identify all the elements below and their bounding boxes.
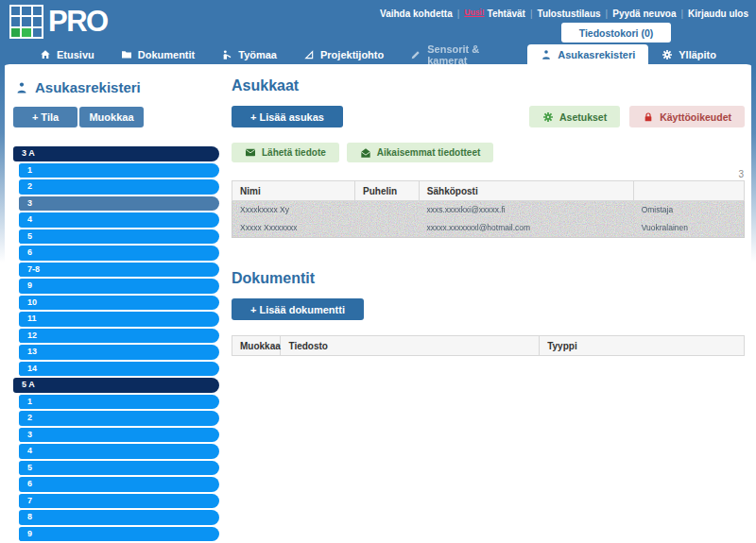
nav-tab-dokumentit[interactable]: Dokumentit <box>108 44 209 64</box>
resident-cell: Omistaja <box>634 201 744 219</box>
space-item[interactable]: 13 <box>19 345 219 360</box>
space-item[interactable]: 1 <box>19 163 219 178</box>
space-item[interactable]: 10 <box>19 296 219 311</box>
sidebar-title: Asukasrekisteri <box>15 79 219 95</box>
space-item[interactable]: 7-8 <box>19 263 219 278</box>
top-header: PRO Vaihda kohdetta|Uusi!Tehtävät|Tulost… <box>0 0 756 74</box>
nav-tab-label: Ylläpito <box>679 49 716 60</box>
person-icon <box>15 81 28 94</box>
space-item[interactable]: 8 <box>19 510 219 525</box>
resident-cell: Vuokralainen <box>634 219 744 237</box>
documents-column-header: Tiedosto <box>281 336 540 356</box>
nav-tab-ylläpito[interactable]: Ylläpito <box>648 44 730 64</box>
settings-button[interactable]: Asetukset <box>529 106 620 127</box>
space-item[interactable]: 2 <box>19 179 219 195</box>
space-list: 3 A1234567-8910111213145 A12345678910 <box>13 146 219 543</box>
space-item[interactable]: 9 <box>19 527 219 542</box>
resident-cell: xxxxx.xxxxxxxl@hotmail.com <box>419 219 633 237</box>
space-item[interactable]: 14 <box>19 362 219 377</box>
home-icon <box>40 49 51 60</box>
topbar-link-1[interactable]: Vaihda kohdetta <box>380 8 453 19</box>
space-item[interactable]: 5 <box>19 229 219 245</box>
residents-column-header: Puhelin <box>355 181 420 201</box>
topbar-link-3[interactable]: Tulostustilaus <box>538 8 601 19</box>
sidebar: Asukasrekisteri + Tila Muokkaa 3 A123456… <box>13 77 219 543</box>
nav-tab-label: Työmaa <box>238 49 277 60</box>
app-logo: PRO <box>9 5 108 39</box>
space-item[interactable]: 6 <box>19 477 219 492</box>
nav-tab-työmaa[interactable]: Työmaa <box>208 44 290 64</box>
send-notice-button[interactable]: Lähetä tiedote <box>232 143 339 162</box>
content-card: Asukasrekisteri + Tila Muokkaa 3 A123456… <box>0 64 756 543</box>
nav-tab-sensorit-kamerat[interactable]: Sensorit & kamerat <box>397 44 527 64</box>
residents-column-header: Nimi <box>232 181 355 201</box>
residents-table: NimiPuhelinSähköposti <box>232 180 745 201</box>
space-group-header[interactable]: 5 A <box>13 378 219 393</box>
space-item[interactable]: 4 <box>19 212 219 228</box>
nav-tab-label: Projektijohto <box>320 49 384 60</box>
documents-table: MuokkaaTiedostoTyyppi <box>232 335 745 356</box>
topbar-link-5[interactable]: Kirjaudu ulos <box>688 8 748 19</box>
add-space-button[interactable]: + Tila <box>13 107 77 127</box>
space-item[interactable]: 12 <box>19 329 219 344</box>
pencil-icon <box>410 49 421 60</box>
space-item[interactable]: 7 <box>19 494 219 509</box>
residents-column-header <box>634 181 745 201</box>
main-content: Asukkaat + Lisää asukas Asetukset Kä <box>219 77 745 543</box>
space-item[interactable]: 5 <box>19 461 219 476</box>
sidebar-title-label: Asukasrekisteri <box>35 79 141 95</box>
space-group-header[interactable]: 3 A <box>13 146 219 161</box>
link-separator: | <box>680 8 683 19</box>
nav-tab-label: Sensorit & kamerat <box>427 43 514 66</box>
space-item[interactable]: 6 <box>19 246 219 261</box>
ruler-icon <box>303 49 315 60</box>
space-item[interactable]: 3 <box>19 428 219 443</box>
add-document-button[interactable]: + Lisää dokumentti <box>232 298 364 320</box>
edit-button[interactable]: Muokkaa <box>79 107 144 127</box>
resident-cell: Xxxxkxxxx Xy <box>232 201 355 219</box>
resident-row-redacted[interactable]: Xxxxkxxxx Xyxxxs.xxxxkxi@xxxxx.fiOmistaj… <box>232 201 744 219</box>
redacted-resident-rows: Xxxxkxxxx Xyxxxs.xxxxkxi@xxxxx.fiOmistaj… <box>232 201 745 238</box>
sidebar-buttons: + Tila Muokkaa <box>13 107 219 127</box>
space-item[interactable]: 4 <box>19 444 219 459</box>
lock-icon <box>643 111 654 123</box>
permissions-button[interactable]: Käyttöoikeudet <box>629 106 745 127</box>
resident-cell: Xxxxx Xxxxxxxx <box>232 219 355 237</box>
space-item[interactable]: 1 <box>19 395 219 410</box>
space-item[interactable]: 9 <box>19 279 219 294</box>
space-item[interactable]: 2 <box>19 411 219 426</box>
main-nav: EtusivuDokumentitTyömaaProjektijohtoSens… <box>0 44 756 64</box>
nav-tab-asukasrekisteri[interactable]: Asukasrekisteri <box>527 44 648 64</box>
resident-cell: xxxs.xxxxkxi@xxxxx.fi <box>419 201 633 219</box>
documents-title: Dokumentit <box>232 270 745 287</box>
topbar-links: Vaihda kohdetta|Uusi!Tehtävät|Tulostusti… <box>380 8 748 19</box>
link-separator: | <box>530 8 533 19</box>
resident-cell <box>355 219 420 237</box>
topbar-link-2[interactable]: Tehtävät <box>488 8 525 19</box>
resident-count: 3 <box>232 169 744 179</box>
logo-text: PRO <box>48 5 108 39</box>
envelope-open-icon <box>360 147 371 159</box>
documents-table-header: MuokkaaTiedostoTyyppi <box>232 336 745 356</box>
add-resident-button[interactable]: + Lisää asukas <box>232 106 343 127</box>
space-item[interactable]: 11 <box>19 312 219 327</box>
resident-cell <box>355 201 420 219</box>
nav-tab-etusivu[interactable]: Etusivu <box>26 44 108 64</box>
new-badge: Uusi! <box>464 8 484 17</box>
nav-tab-projektijohto[interactable]: Projektijohto <box>290 44 397 64</box>
previous-notices-button[interactable]: Aikaisemmat tiedotteet <box>347 143 493 162</box>
resident-row-redacted[interactable]: Xxxxx Xxxxxxxxxxxxx.xxxxxxxl@hotmail.com… <box>232 219 744 237</box>
nav-tab-label: Dokumentit <box>138 49 196 60</box>
documents-section: Dokumentit + Lisää dokumentti MuokkaaTie… <box>232 270 745 356</box>
envelope-icon <box>245 147 256 158</box>
person-icon <box>541 49 552 60</box>
topbar-link-4[interactable]: Pyydä neuvoa <box>612 8 676 19</box>
residents-table-header: NimiPuhelinSähköposti <box>232 181 745 201</box>
app-window: PRO Vaihda kohdetta|Uusi!Tehtävät|Tulost… <box>0 0 756 543</box>
file-basket-button[interactable]: Tiedostokori (0) <box>561 23 671 42</box>
link-separator: | <box>606 8 609 19</box>
documents-column-header: Muokkaa <box>232 336 281 356</box>
space-item[interactable]: 3 <box>19 196 219 212</box>
link-separator: | <box>457 8 460 19</box>
logo-grid-icon <box>9 5 43 39</box>
